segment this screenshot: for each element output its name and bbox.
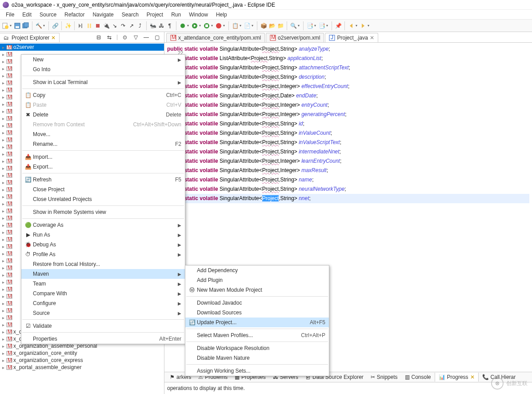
expand-icon[interactable]: ▸ — [1, 351, 5, 356]
menu-item-disable-maven-nature[interactable]: Disable Maven Nature — [185, 353, 329, 363]
menu-item-copy[interactable]: 📋CopyCtrl+C — [21, 90, 185, 100]
menu-help[interactable]: Help — [212, 10, 231, 19]
format-icon[interactable]: ¶ — [166, 22, 173, 29]
tree-item[interactable]: ▸Mx_portal_assemble_designer — [0, 364, 164, 371]
menu-item-configure[interactable]: Configure▶ — [21, 298, 185, 308]
link-editor-icon[interactable]: ⇆ — [106, 34, 113, 41]
menu-window[interactable]: Window — [185, 10, 212, 19]
expand-icon[interactable]: ▸ — [1, 358, 5, 363]
expand-icon[interactable]: ▸ — [1, 337, 5, 342]
menu-item-restore-from-local-history-[interactable]: Restore from Local History... — [21, 259, 185, 269]
collapse-all-icon[interactable]: ⊟ — [95, 34, 102, 41]
menu-file[interactable]: File — [2, 10, 18, 19]
tree-item[interactable]: ▸Mx_organization_core_express — [0, 357, 164, 364]
ant-icon[interactable]: 🐜 — [149, 22, 156, 29]
code-line[interactable]: public static volatile ListAttribute<Pro… — [167, 54, 529, 63]
menu-item-show-in-local-terminal[interactable]: Show in Local Terminal▶ — [21, 77, 185, 87]
code-line[interactable]: public static volatile SingularAttribute… — [167, 110, 529, 119]
expand-icon[interactable]: ▸ — [1, 344, 5, 349]
step-into-icon[interactable]: ↘ — [111, 22, 118, 29]
editor-tab[interactable]: Mo2server/pom.xml — [266, 33, 324, 42]
back-icon[interactable] — [348, 22, 355, 29]
code-line[interactable]: public static volatile SingularAttribute… — [167, 147, 529, 157]
code-line[interactable]: public static volatile SingularAttribute… — [167, 138, 529, 147]
menu-item-assign-working-sets-[interactable]: Assign Working Sets... — [185, 366, 329, 376]
menu-item-validate[interactable]: ☑Validate — [21, 321, 185, 331]
code-line[interactable]: public static volatile SingularAttribute… — [167, 166, 529, 175]
menu-item-compare-with[interactable]: Compare With▶ — [21, 289, 185, 298]
menu-run[interactable]: Run — [167, 10, 185, 19]
menu-item-download-sources[interactable]: Download Sources — [185, 308, 329, 318]
menu-search[interactable]: Search — [118, 10, 143, 19]
server-icon[interactable]: 🖧 — [158, 22, 165, 29]
menu-item-refresh[interactable]: 🔄RefreshF5 — [21, 175, 185, 185]
tree-item[interactable]: ▸Mo2server — [0, 44, 164, 51]
menu-item-source[interactable]: Source▶ — [21, 308, 185, 318]
menu-item-add-plugin[interactable]: Add Plugin — [185, 275, 329, 285]
search-icon[interactable]: 🔍 — [290, 22, 297, 29]
forward-icon[interactable] — [360, 22, 367, 29]
menu-item-export-[interactable]: 📤Export... — [21, 162, 185, 172]
save-all-icon[interactable] — [22, 22, 29, 29]
next-edit-icon[interactable]: 📑 — [318, 22, 325, 29]
menu-source[interactable]: Source — [36, 10, 60, 19]
code-line[interactable]: public static volatile SingularAttribute… — [167, 44, 529, 54]
skip-icon[interactable] — [77, 22, 84, 29]
menu-item-run-as[interactable]: ▶Run As▶ — [21, 230, 185, 240]
expand-icon[interactable]: ▸ — [1, 365, 5, 370]
menu-item-delete[interactable]: ✖DeleteDelete — [21, 110, 185, 120]
menu-item-disable-workspace-resolution[interactable]: Disable Workspace Resolution — [185, 343, 329, 353]
menu-item-rename-[interactable]: Rename...F2 — [21, 139, 185, 149]
bottom-tab-snippets[interactable]: ✂Snippets — [367, 373, 401, 382]
step-over-icon[interactable]: ↷ — [120, 22, 127, 29]
menu-navigate[interactable]: Navigate — [88, 10, 117, 19]
new-icon[interactable] — [2, 22, 9, 29]
build-icon[interactable]: 🔨 — [35, 22, 42, 29]
close-icon[interactable]: ✕ — [470, 374, 475, 380]
code-line[interactable]: public static volatile SingularAttribute… — [167, 157, 529, 166]
pin-icon[interactable]: 📌 — [335, 22, 342, 29]
expand-icon[interactable]: ▸ — [1, 45, 5, 50]
menu-item-coverage-as[interactable]: 🟢Coverage As▶ — [21, 220, 185, 230]
coverage-icon[interactable] — [203, 22, 210, 29]
drop-frame-icon[interactable]: ⤴ — [136, 22, 144, 29]
editor-tab[interactable]: JProject_.java✕ — [325, 33, 378, 42]
new-server-icon[interactable]: 📋 — [232, 22, 239, 29]
menu-item-profile-as[interactable]: ⏱Profile As▶ — [21, 249, 185, 259]
menu-refactor[interactable]: Refactor — [60, 10, 88, 19]
disconnect-icon[interactable]: 🔌 — [103, 22, 110, 29]
menu-item-close-unrelated-projects[interactable]: Close Unrelated Projects — [21, 194, 185, 204]
code-line[interactable]: public static volatile SingularAttribute… — [167, 101, 529, 110]
code-line[interactable]: public static volatile SingularAttribute… — [167, 91, 529, 101]
pause-icon[interactable] — [86, 22, 93, 29]
new-package-icon[interactable]: 📦 — [260, 22, 267, 29]
menu-item-maven[interactable]: Maven▶ — [21, 269, 185, 279]
wand-icon[interactable]: ✨ — [64, 22, 72, 29]
menu-item-select-maven-profiles-[interactable]: Select Maven Profiles...Ctrl+Alt+P — [185, 330, 329, 340]
prev-edit-icon[interactable]: 📑 — [306, 22, 313, 29]
close-icon[interactable]: ✕ — [370, 35, 374, 41]
debug-icon[interactable] — [179, 22, 186, 29]
code-line[interactable]: public static volatile SingularAttribute… — [167, 72, 529, 82]
stop-icon[interactable] — [94, 22, 101, 29]
menu-item-new[interactable]: New▶ — [21, 55, 185, 64]
menu-item-show-in-remote-systems-view[interactable]: Show in Remote Systems view — [21, 207, 185, 217]
menu-item-import-[interactable]: 📥Import... — [21, 152, 185, 162]
open-task-icon[interactable]: 📁 — [277, 22, 284, 29]
menu-item-debug-as[interactable]: 🐞Debug As▶ — [21, 240, 185, 249]
code-line[interactable]: public static volatile SingularAttribute… — [167, 175, 529, 185]
save-icon[interactable] — [14, 22, 21, 29]
code-line[interactable]: public static volatile SingularAttribute… — [167, 129, 529, 138]
ext-tools-icon[interactable] — [215, 22, 222, 29]
menu-item-update-project-[interactable]: 🔃Update Project...Alt+F5 — [185, 318, 329, 327]
bottom-tab-progress[interactable]: 📊Progress✕ — [435, 373, 479, 382]
tab-pin-icon[interactable]: ✕ — [51, 35, 56, 41]
menu-item-properties[interactable]: PropertiesAlt+Enter — [21, 334, 185, 344]
code-line[interactable]: public static volatile SingularAttribute… — [167, 82, 529, 91]
menu-item-go-into[interactable]: Go Into — [21, 64, 185, 74]
menu-item-close-project[interactable]: Close Project — [21, 185, 185, 194]
menu-item-download-javadoc[interactable]: Download Javadoc — [185, 298, 329, 308]
tree-item[interactable]: ▸Mx_organization_core_entity — [0, 350, 164, 357]
bottom-tab-console[interactable]: ▥Console — [401, 373, 435, 382]
maximize-icon[interactable]: ▢ — [153, 34, 160, 41]
